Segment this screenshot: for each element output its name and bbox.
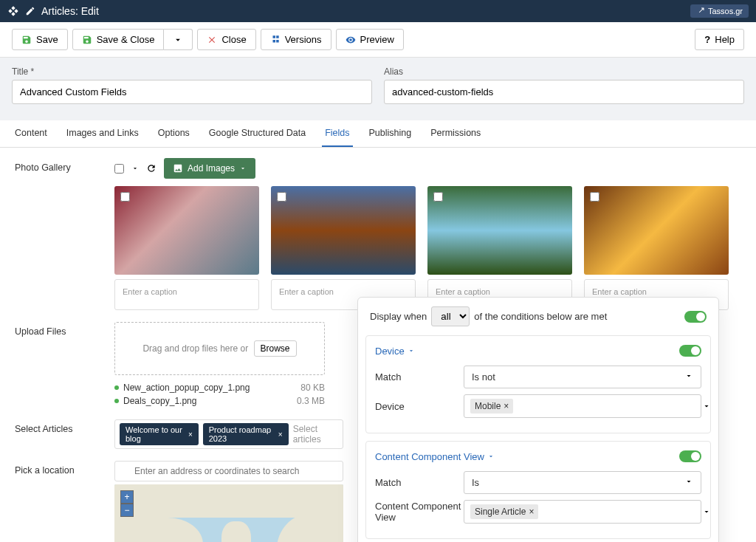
content-view-label: Content Component View xyxy=(375,501,464,523)
status-dot-icon xyxy=(114,399,119,403)
chevron-down-icon xyxy=(684,371,693,380)
chevron-down-icon[interactable] xyxy=(131,165,139,172)
brand-badge[interactable]: Tassos.gr xyxy=(690,4,749,18)
refresh-icon[interactable] xyxy=(146,163,157,174)
file-name: New_action_popup_copy_1.png xyxy=(123,383,250,393)
image-checkbox[interactable] xyxy=(433,192,443,202)
gallery-image[interactable] xyxy=(584,186,729,275)
condition-toggle[interactable] xyxy=(679,345,701,357)
drop-zone[interactable]: Drag and drop files here or Browse xyxy=(114,322,325,375)
conditions-panel: Display when all of the conditions below… xyxy=(357,297,719,542)
match-select[interactable]: Is not xyxy=(464,366,701,388)
condition-title[interactable]: Content Component View xyxy=(375,451,484,462)
help-button[interactable]: ? Help xyxy=(695,29,744,50)
tab-content[interactable]: Content xyxy=(12,120,50,147)
help-icon: ? xyxy=(704,34,710,45)
of-conditions-text: of the conditions below are met xyxy=(474,311,607,322)
tag-remove-icon[interactable]: × xyxy=(278,430,283,439)
gallery-item: Enter a caption xyxy=(271,186,416,310)
condition-operator-select[interactable]: all xyxy=(431,306,470,326)
gallery-image[interactable] xyxy=(271,186,416,275)
map-search-input[interactable] xyxy=(114,461,343,481)
chevron-down-icon[interactable] xyxy=(408,347,415,354)
gallery-item: Enter a caption xyxy=(427,186,572,310)
content-view-select[interactable]: Single Article× xyxy=(464,500,701,524)
title-input[interactable] xyxy=(12,80,372,104)
file-size: 0.3 MB xyxy=(297,396,325,406)
image-checkbox[interactable] xyxy=(590,192,599,202)
device-label: Device xyxy=(375,401,464,412)
save-close-button[interactable]: Save & Close xyxy=(72,29,165,50)
image-icon xyxy=(173,163,183,174)
form-area: Title * Alias xyxy=(0,58,756,113)
file-item: New_action_popup_copy_1.png 80 KB xyxy=(114,381,325,394)
tag-remove-icon[interactable]: × xyxy=(188,430,193,439)
gallery-label: Photo Gallery xyxy=(15,158,114,310)
save-close-group: Save & Close xyxy=(72,29,193,50)
chip-remove-icon[interactable]: × xyxy=(529,507,534,517)
alias-input[interactable] xyxy=(384,80,744,104)
save-icon xyxy=(82,35,92,45)
browse-button[interactable]: Browse xyxy=(254,340,297,357)
zoom-in-button[interactable]: + xyxy=(120,490,134,504)
select-all-checkbox[interactable] xyxy=(114,164,124,174)
device-select[interactable]: Mobile× xyxy=(464,394,701,418)
condition-block-device: Device Match Is not Device Mobile× xyxy=(365,335,711,433)
image-checkbox[interactable] xyxy=(120,192,130,202)
title-label: Title * xyxy=(12,66,372,77)
close-button[interactable]: Close xyxy=(197,29,255,50)
chevron-down-icon xyxy=(173,35,183,45)
zoom-out-button[interactable]: − xyxy=(120,504,134,517)
tab-permissions[interactable]: Permissions xyxy=(427,120,484,147)
save-button[interactable]: Save xyxy=(12,29,68,50)
external-link-icon xyxy=(696,7,705,16)
condition-title[interactable]: Device xyxy=(375,346,405,357)
file-size: 80 KB xyxy=(300,383,325,393)
topbar: Articles: Edit Tassos.gr xyxy=(0,0,756,22)
page-title: Articles: Edit xyxy=(41,5,99,17)
map[interactable]: + − xyxy=(114,484,343,542)
file-item: Deals_copy_1.png 0.3 MB xyxy=(114,394,325,408)
tab-images-links[interactable]: Images and Links xyxy=(63,120,142,147)
caption-input[interactable]: Enter a caption xyxy=(114,279,259,310)
versions-button[interactable]: Versions xyxy=(261,29,331,50)
chevron-down-icon xyxy=(239,165,247,172)
topbar-left: Articles: Edit xyxy=(7,5,99,17)
gallery-image[interactable] xyxy=(427,186,572,275)
pencil-icon xyxy=(25,6,35,16)
tab-fields[interactable]: Fields xyxy=(322,120,352,147)
tab-options[interactable]: Options xyxy=(155,120,193,147)
article-tag: Product roadmap 2023× xyxy=(203,423,289,445)
gallery-item: Enter a caption xyxy=(584,186,729,310)
chevron-down-icon[interactable] xyxy=(487,453,495,460)
eye-icon xyxy=(346,35,356,45)
chevron-down-icon xyxy=(702,402,711,411)
location-label: Pick a location xyxy=(15,461,114,542)
article-tag: Welcome to our blog× xyxy=(120,423,199,445)
chip-remove-icon[interactable]: × xyxy=(504,401,509,411)
gallery-image[interactable] xyxy=(114,186,259,275)
add-images-button[interactable]: Add Images xyxy=(164,158,255,179)
tab-structured-data[interactable]: Google Structured Data xyxy=(206,120,309,147)
save-icon xyxy=(21,35,32,45)
condition-toggle[interactable] xyxy=(679,450,701,462)
tabs: Content Images and Links Options Google … xyxy=(0,120,756,148)
articles-select[interactable]: Welcome to our blog× Product roadmap 202… xyxy=(114,419,343,449)
articles-label: Select Articles xyxy=(15,419,114,449)
articles-placeholder: Select articles xyxy=(293,424,338,445)
file-name: Deals_copy_1.png xyxy=(123,396,196,406)
close-icon xyxy=(207,35,217,45)
chevron-down-icon xyxy=(702,507,711,516)
chevron-down-icon xyxy=(684,477,693,486)
match-label: Match xyxy=(375,371,464,383)
status-dot-icon xyxy=(114,385,119,390)
match-select[interactable]: Is xyxy=(464,471,701,494)
image-checkbox[interactable] xyxy=(277,192,286,202)
versions-icon xyxy=(270,35,281,45)
condition-block-content-view: Content Component View Match Is Content … xyxy=(365,441,711,539)
conditions-enabled-toggle[interactable] xyxy=(684,311,707,323)
preview-button[interactable]: Preview xyxy=(336,29,404,50)
tab-publishing[interactable]: Publishing xyxy=(366,120,415,147)
content-view-chip: Single Article× xyxy=(470,504,538,519)
save-dropdown-button[interactable] xyxy=(164,29,193,50)
